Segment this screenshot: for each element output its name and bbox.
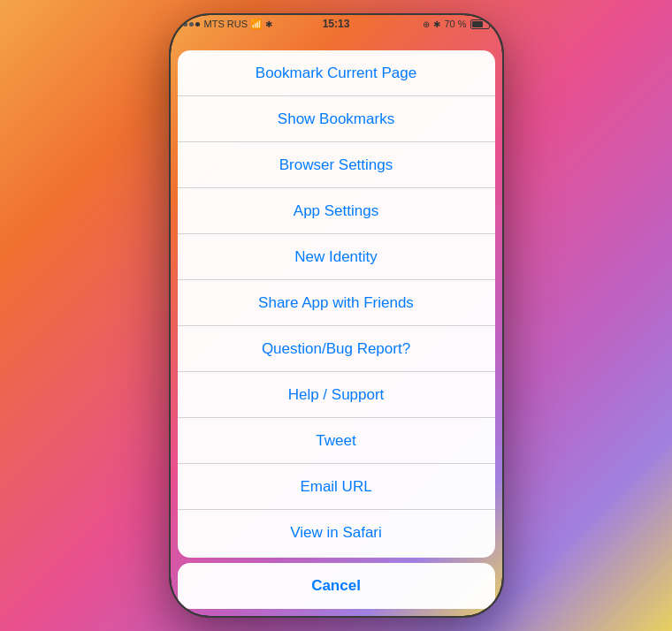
menu-item-label-share-app: Share App with Friends (258, 294, 414, 312)
menu-sheet: Bookmark Current PageShow BookmarksBrows… (178, 50, 495, 609)
bluetooth-icon: ✱ (433, 19, 440, 29)
menu-item-label-view-safari: View in Safari (290, 524, 382, 542)
menu-item-help-support[interactable]: Help / Support (178, 372, 495, 418)
phone-frame: MTS RUS 📶 ✱ 15:13 ⊕ ✱ 70 % Bookmark Curr… (171, 15, 502, 616)
menu-item-share-app[interactable]: Share App with Friends (178, 280, 495, 326)
menu-item-new-identity[interactable]: New Identity (178, 234, 495, 280)
signal-dot-1 (183, 22, 187, 27)
menu-item-label-app-settings: App Settings (294, 202, 378, 220)
menu-item-bookmark-current[interactable]: Bookmark Current Page (178, 50, 495, 96)
battery-icon (470, 19, 490, 29)
menu-item-bug-report[interactable]: Question/Bug Report? (178, 326, 495, 372)
phone-screen: MTS RUS 📶 ✱ 15:13 ⊕ ✱ 70 % Bookmark Curr… (171, 15, 502, 616)
menu-list: Bookmark Current PageShow BookmarksBrows… (178, 50, 495, 558)
status-time: 15:13 (323, 18, 350, 30)
battery-percent: 70 % (444, 19, 466, 29)
status-right: ⊕ ✱ 70 % (423, 19, 489, 29)
menu-item-app-settings[interactable]: App Settings (178, 188, 495, 234)
status-left: MTS RUS 📶 ✱ (183, 19, 273, 30)
cancel-label: Cancel (311, 577, 361, 595)
menu-item-label-email-url: Email URL (300, 478, 371, 496)
menu-item-label-bookmark-current: Bookmark Current Page (256, 65, 416, 82)
location-icon: ⊕ (423, 19, 430, 29)
signal-dot-3 (195, 22, 200, 27)
menu-item-label-tweet: Tweet (316, 432, 355, 450)
menu-item-label-show-bookmarks: Show Bookmarks (278, 110, 394, 128)
signal-dot-2 (189, 22, 194, 27)
carrier-label: MTS RUS (204, 19, 248, 29)
signal-icon (183, 22, 200, 27)
menu-item-label-new-identity: New Identity (294, 248, 378, 266)
status-bar: MTS RUS 📶 ✱ 15:13 ⊕ ✱ 70 % (171, 15, 502, 33)
menu-item-email-url[interactable]: Email URL (178, 464, 495, 510)
signal-strength-icon: ✱ (265, 19, 272, 29)
menu-item-view-safari[interactable]: View in Safari (178, 510, 495, 556)
menu-item-label-help-support: Help / Support (288, 386, 385, 404)
battery-fill (472, 21, 484, 27)
menu-item-label-browser-settings: Browser Settings (279, 156, 393, 174)
menu-item-tweet[interactable]: Tweet (178, 418, 495, 464)
cancel-button[interactable]: Cancel (178, 563, 495, 609)
menu-item-browser-settings[interactable]: Browser Settings (178, 142, 495, 188)
menu-item-label-bug-report: Question/Bug Report? (262, 340, 410, 358)
wifi-icon: 📶 (250, 19, 263, 30)
menu-item-show-bookmarks[interactable]: Show Bookmarks (178, 96, 495, 142)
